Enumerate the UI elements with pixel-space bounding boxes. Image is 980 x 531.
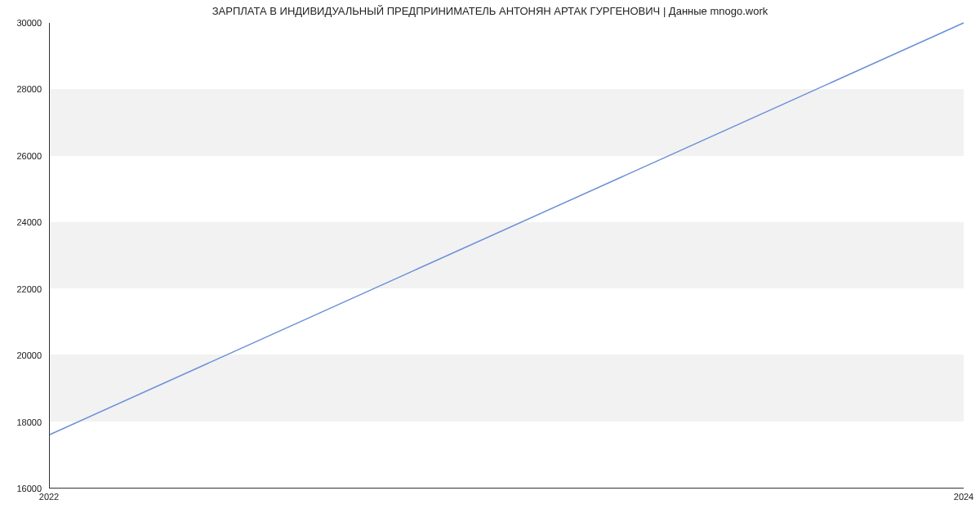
plot-area xyxy=(49,23,964,489)
line-svg xyxy=(50,23,964,488)
y-tick-label: 18000 xyxy=(16,417,42,427)
y-tick-label: 24000 xyxy=(16,217,42,227)
x-tick-label: 2022 xyxy=(39,492,59,502)
y-tick-label: 26000 xyxy=(16,151,42,161)
y-tick-label: 30000 xyxy=(16,18,42,28)
chart-title: ЗАРПЛАТА В ИНДИВИДУАЛЬНЫЙ ПРЕДПРИНИМАТЕЛ… xyxy=(0,5,980,17)
y-tick-label: 28000 xyxy=(16,84,42,94)
series-line xyxy=(50,23,964,435)
x-tick-label: 2024 xyxy=(954,492,973,502)
y-axis-ticks: 16000 18000 20000 22000 24000 26000 2800… xyxy=(0,23,45,489)
y-tick-label: 20000 xyxy=(16,350,42,360)
y-tick-label: 16000 xyxy=(16,484,42,493)
x-axis-ticks: 2022 2024 xyxy=(49,490,964,506)
y-tick-label: 22000 xyxy=(16,284,42,294)
chart-container: ЗАРПЛАТА В ИНДИВИДУАЛЬНЫЙ ПРЕДПРИНИМАТЕЛ… xyxy=(0,0,980,531)
